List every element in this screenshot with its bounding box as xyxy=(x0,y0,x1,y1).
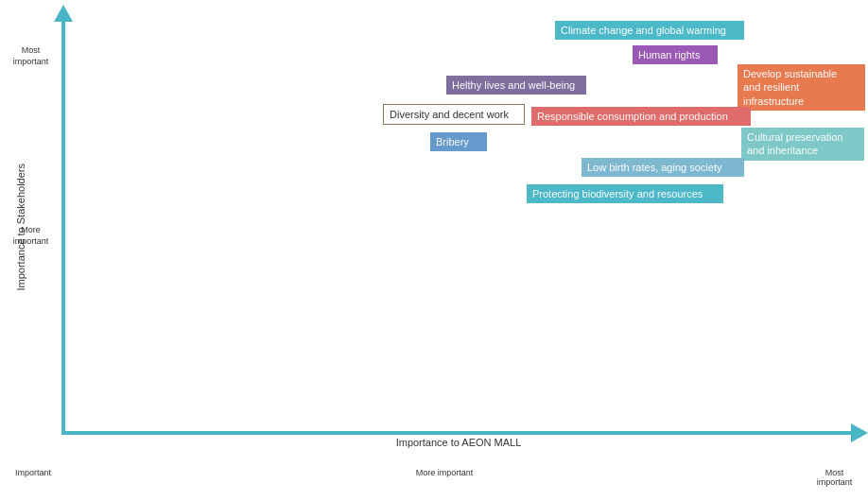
x-label-important: Important xyxy=(9,468,57,477)
x-label-most-important: Most important xyxy=(808,468,860,487)
chart-area: Importance to Stakeholders Importance to… xyxy=(0,0,868,501)
data-point-develop-sustainable: Develop sustainable and resilient infras… xyxy=(738,64,865,111)
y-label-most: Most important xyxy=(5,45,57,67)
x-axis-label: Importance to AEON MALL xyxy=(61,437,856,448)
data-point-low-birth: Low birth rates, aging society xyxy=(582,158,744,177)
data-point-responsible: Responsible consumption and production xyxy=(531,107,751,126)
y-axis xyxy=(61,9,65,435)
data-point-cultural: Cultural preservation and inheritance xyxy=(741,128,864,161)
data-point-climate: Climate change and global warming xyxy=(555,21,744,40)
data-point-biodiversity: Protecting biodiversity and resources xyxy=(527,184,723,203)
data-point-diversity: Diversity and decent work xyxy=(383,104,525,125)
x-axis xyxy=(61,431,856,435)
data-point-bribery: Bribery xyxy=(430,132,487,151)
x-label-more-important: More important xyxy=(411,468,477,477)
data-point-healthy-lives: Helthy lives and well-being xyxy=(446,76,586,95)
data-point-human-rights: Human rights xyxy=(633,45,718,64)
y-label-more: More important xyxy=(5,225,57,247)
y-axis-arrow xyxy=(54,5,73,22)
